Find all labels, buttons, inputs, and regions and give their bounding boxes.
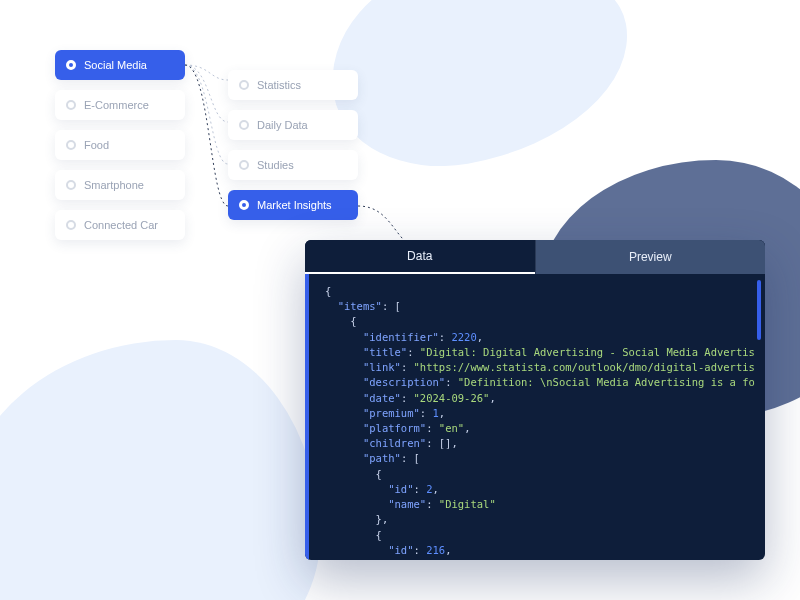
subcategory-label: Daily Data	[257, 119, 308, 131]
subcategory-label: Market Insights	[257, 199, 332, 211]
radio-icon	[66, 180, 76, 190]
category-social-media[interactable]: Social Media	[55, 50, 185, 80]
radio-icon	[239, 160, 249, 170]
background-blob	[0, 340, 320, 600]
subcategory-daily-data[interactable]: Daily Data	[228, 110, 358, 140]
subcategory-statistics[interactable]: Statistics	[228, 70, 358, 100]
subcategory-column: Statistics Daily Data Studies Market Ins…	[228, 70, 358, 220]
tab-preview[interactable]: Preview	[535, 240, 766, 274]
subcategory-studies[interactable]: Studies	[228, 150, 358, 180]
subcategory-label: Studies	[257, 159, 294, 171]
radio-icon	[66, 100, 76, 110]
radio-icon	[66, 60, 76, 70]
category-label: Food	[84, 139, 109, 151]
radio-icon	[66, 220, 76, 230]
radio-icon	[66, 140, 76, 150]
radio-icon	[239, 80, 249, 90]
radio-icon	[239, 200, 249, 210]
subcategory-market-insights[interactable]: Market Insights	[228, 190, 358, 220]
subcategory-label: Statistics	[257, 79, 301, 91]
code-body[interactable]: { "items": [ { "identifier": 2220, "titl…	[305, 274, 765, 560]
category-label: Social Media	[84, 59, 147, 71]
category-smartphone[interactable]: Smartphone	[55, 170, 185, 200]
category-column-left: Social Media E-Commerce Food Smartphone …	[55, 50, 185, 240]
code-preview-panel: Data Preview { "items": [ { "identifier"…	[305, 240, 765, 560]
code-tabs: Data Preview	[305, 240, 765, 274]
category-food[interactable]: Food	[55, 130, 185, 160]
category-label: E-Commerce	[84, 99, 149, 111]
category-connected-car[interactable]: Connected Car	[55, 210, 185, 240]
category-label: Smartphone	[84, 179, 144, 191]
category-ecommerce[interactable]: E-Commerce	[55, 90, 185, 120]
background-blob	[315, 0, 645, 185]
category-label: Connected Car	[84, 219, 158, 231]
radio-icon	[239, 120, 249, 130]
tab-data[interactable]: Data	[305, 240, 535, 274]
